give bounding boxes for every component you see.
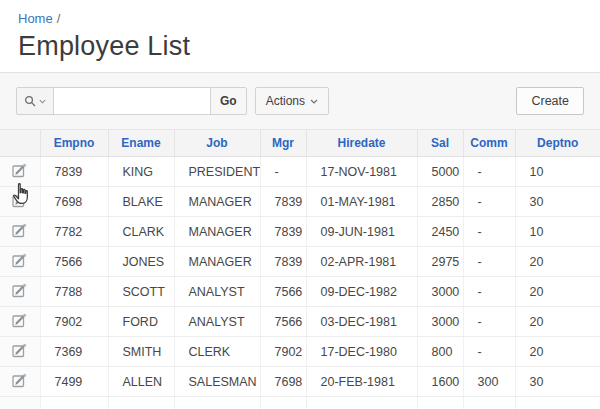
breadcrumb-separator: / (57, 11, 61, 26)
edit-row-button[interactable] (0, 187, 40, 217)
cell-deptno: 20 (515, 337, 600, 367)
cell-empty (40, 397, 108, 409)
cell-comm: - (463, 337, 515, 367)
cell-ename: ALLEN (108, 367, 174, 397)
column-header-sal[interactable]: Sal (417, 130, 463, 157)
cell-ename: JONES (108, 247, 174, 277)
cell-empno: 7369 (40, 337, 108, 367)
table-row: 7788SCOTTANALYST756609-DEC-19823000-20 (0, 277, 600, 307)
cell-mgr: 7839 (260, 187, 306, 217)
go-button[interactable]: Go (210, 87, 247, 115)
cell-sal: 2975 (417, 247, 463, 277)
cell-empty (417, 397, 463, 409)
cell-mgr: 7839 (260, 247, 306, 277)
column-header-mgr[interactable]: Mgr (260, 130, 306, 157)
cell-empno: 7698 (40, 187, 108, 217)
table-row-partial (0, 397, 600, 409)
breadcrumb-home-link[interactable]: Home (18, 11, 53, 26)
cell-mgr: 7902 (260, 337, 306, 367)
actions-label: Actions (266, 94, 305, 108)
cell-hiredate: 17-DEC-1980 (306, 337, 417, 367)
column-header-hiredate[interactable]: Hiredate (306, 130, 417, 157)
table-row: 7698BLAKEMANAGER783901-MAY-19812850-30 (0, 187, 600, 217)
cell-hiredate: 02-APR-1981 (306, 247, 417, 277)
cell-sal: 3000 (417, 307, 463, 337)
search-bar: Go Actions (16, 87, 516, 115)
cell-hiredate: 17-NOV-1981 (306, 157, 417, 187)
cell-ename: FORD (108, 307, 174, 337)
report-toolbar: Go Actions Create (0, 73, 600, 129)
cell-empty (306, 397, 417, 409)
edit-row-button[interactable] (0, 367, 40, 397)
cell-comm: - (463, 277, 515, 307)
cell-sal: 3000 (417, 277, 463, 307)
cell-ename: KING (108, 157, 174, 187)
cell-empty (108, 397, 174, 409)
cell-comm: - (463, 307, 515, 337)
cell-deptno: 20 (515, 277, 600, 307)
table-row: 7839KINGPRESIDENT-17-NOV-19815000-10 (0, 157, 600, 187)
cell-job: CLERK (174, 337, 260, 367)
breadcrumb: Home/ (18, 11, 582, 26)
cell-sal: 1600 (417, 367, 463, 397)
table-row: 7369SMITHCLERK790217-DEC-1980800-20 (0, 337, 600, 367)
table-row: 7902FORDANALYST756603-DEC-19813000-20 (0, 307, 600, 337)
column-header-deptno[interactable]: Deptno (515, 130, 600, 157)
table-row: 7782CLARKMANAGER783909-JUN-19812450-10 (0, 217, 600, 247)
cell-sal: 2850 (417, 187, 463, 217)
page-header: Home/ Employee List (0, 0, 600, 72)
employee-report-table: EmpnoEnameJobMgrHiredateSalCommDeptno 78… (0, 129, 600, 409)
cell-comm: - (463, 187, 515, 217)
cell-ename: SMITH (108, 337, 174, 367)
edit-row-button[interactable] (0, 307, 40, 337)
search-icon (24, 95, 37, 108)
edit-row-button[interactable] (0, 337, 40, 367)
cell-ename: BLAKE (108, 187, 174, 217)
cell-empno: 7782 (40, 217, 108, 247)
search-options-button[interactable] (16, 87, 54, 115)
cell-hiredate: 20-FEB-1981 (306, 367, 417, 397)
search-group: Go (16, 87, 247, 115)
cell-mgr: 7839 (260, 217, 306, 247)
cell-deptno: 20 (515, 247, 600, 277)
cell-empno: 7839 (40, 157, 108, 187)
column-header-job[interactable]: Job (174, 130, 260, 157)
actions-menu-button[interactable]: Actions (255, 87, 329, 115)
search-input[interactable] (53, 87, 211, 115)
chevron-down-icon (310, 99, 318, 104)
cell-mgr: 7698 (260, 367, 306, 397)
cell-empno: 7566 (40, 247, 108, 277)
cell-hiredate: 09-DEC-1982 (306, 277, 417, 307)
cell-sal: 2450 (417, 217, 463, 247)
report-region: Go Actions Create EmpnoEnameJobMgrHireda… (0, 72, 600, 409)
cell-mgr: 7566 (260, 307, 306, 337)
table-header-row: EmpnoEnameJobMgrHiredateSalCommDeptno (0, 130, 600, 157)
cell-hiredate: 01-MAY-1981 (306, 187, 417, 217)
column-header-comm[interactable]: Comm (463, 130, 515, 157)
edit-row-button[interactable] (0, 247, 40, 277)
table-row: 7566JONESMANAGER783902-APR-19812975-20 (0, 247, 600, 277)
cell-deptno: 20 (515, 307, 600, 337)
column-header-empno[interactable]: Empno (40, 130, 108, 157)
edit-row-button (0, 397, 40, 409)
cell-job: PRESIDENT (174, 157, 260, 187)
cell-ename: SCOTT (108, 277, 174, 307)
edit-row-button[interactable] (0, 217, 40, 247)
cell-empno: 7788 (40, 277, 108, 307)
create-button[interactable]: Create (516, 87, 584, 115)
chevron-down-icon (39, 99, 46, 104)
cell-deptno: 10 (515, 157, 600, 187)
cell-deptno: 30 (515, 367, 600, 397)
cell-job: ANALYST (174, 307, 260, 337)
cell-comm: - (463, 157, 515, 187)
cell-hiredate: 03-DEC-1981 (306, 307, 417, 337)
cell-hiredate: 09-JUN-1981 (306, 217, 417, 247)
column-header-ename[interactable]: Ename (108, 130, 174, 157)
edit-row-button[interactable] (0, 277, 40, 307)
cell-mgr: 7566 (260, 277, 306, 307)
edit-row-button[interactable] (0, 157, 40, 187)
cell-sal: 800 (417, 337, 463, 367)
cell-sal: 5000 (417, 157, 463, 187)
cell-empty (260, 397, 306, 409)
cell-comm: - (463, 217, 515, 247)
